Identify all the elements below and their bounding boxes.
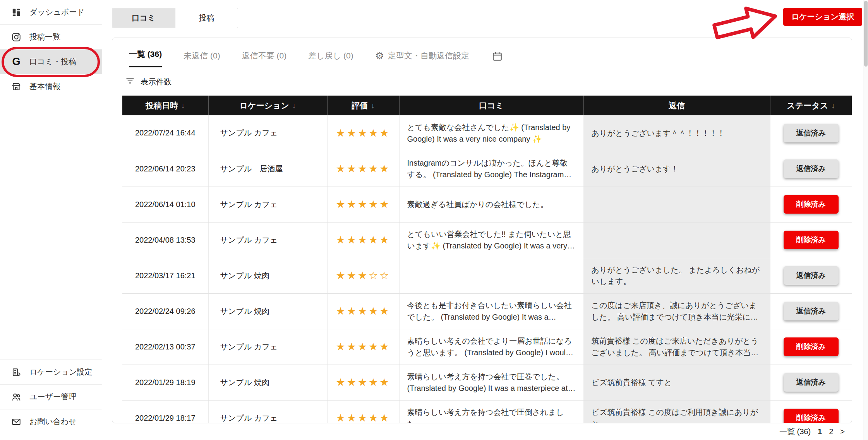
- review-row[interactable]: 2022/06/14 20:23 サンプル 居酒屋 ★★★★★ Instagra…: [122, 151, 852, 187]
- cell-review: [399, 258, 583, 293]
- status-button[interactable]: 削除済み: [784, 409, 839, 423]
- main-content: 口コミ 投稿 ロケーション選択 一覧 (36) 未返信 (0) 返信不要 (0)…: [102, 0, 868, 440]
- review-text: 今後とも是非お付き合いしたい素晴らしい会社でした。 (Translated by…: [407, 300, 576, 323]
- star-rating: ★★★★★: [336, 234, 390, 246]
- scrollbar-track[interactable]: [863, 0, 868, 440]
- cell-post-date: 2022/01/29 18:17: [122, 400, 208, 423]
- review-row[interactable]: 2022/02/13 00:37 サンプル カフェ ★★★★★ 素晴らしい考えの…: [122, 329, 852, 365]
- review-row[interactable]: 2022/01/29 18:17 サンプル カフェ ★★★★★ 素晴らしい考え方…: [122, 400, 852, 423]
- tab-list[interactable]: 一覧 (36): [129, 49, 162, 67]
- review-row[interactable]: 2022/01/29 18:19 サンプル 焼肉 ★★★★★ 素晴らしい考え方を…: [122, 365, 852, 400]
- status-button[interactable]: 返信済み: [784, 373, 839, 392]
- star-rating: ★★★★★: [336, 199, 390, 210]
- scrollbar-thumb[interactable]: [864, 1, 868, 67]
- sidebar-item-posts[interactable]: 投稿一覧: [0, 25, 102, 50]
- cell-review: とても素敵な会社さんでした✨ (Translated by Google) It…: [399, 115, 583, 151]
- star-rating: ★★★★★: [336, 305, 390, 317]
- sidebar-item-label: ロケーション設定: [29, 367, 92, 377]
- cell-post-date: 2022/02/13 00:37: [122, 329, 208, 365]
- review-text: Instagramのコンサルは凄かった。ほんと尊敬する。 (Translated…: [407, 157, 576, 180]
- reply-text: ありがとうございます＾＾！！！！！: [592, 127, 762, 139]
- star-rating: ★★★★★: [336, 412, 390, 423]
- cell-status: 削除済み: [770, 187, 852, 222]
- cell-reply: ビズ筑前貴裕様 てすと: [583, 365, 770, 400]
- review-row[interactable]: 2022/04/08 13:53 サンプル カフェ ★★★★★ とてもいい営業会…: [122, 222, 852, 258]
- cell-reply: [583, 187, 770, 222]
- sort-descending-icon[interactable]: ↓: [292, 102, 296, 110]
- cell-rating: ★★★★★: [327, 365, 399, 400]
- toggle-posts-button[interactable]: 投稿: [175, 8, 238, 28]
- tab-unreplied[interactable]: 未返信 (0): [184, 50, 220, 67]
- cell-location: サンプル カフェ: [208, 187, 327, 222]
- dashboard-icon: [10, 7, 22, 18]
- table-header: 投稿日時↓ロケーション↓評価↓口コミ返信ステータス↓: [122, 96, 852, 115]
- toggle-reviews-button[interactable]: 口コミ: [112, 8, 175, 28]
- pagination-next[interactable]: >: [840, 427, 845, 436]
- cell-post-date: 2022/04/08 13:53: [122, 222, 208, 258]
- column-header[interactable]: 評価↓: [327, 96, 399, 115]
- sort-descending-icon[interactable]: ↓: [831, 102, 835, 110]
- review-text: とてもいい営業会社でした!! また伺いたいと思います✨ (Translated …: [407, 228, 576, 252]
- tab-no-reply-needed[interactable]: 返信不要 (0): [242, 50, 287, 67]
- status-button[interactable]: 削除済み: [784, 231, 839, 249]
- cell-post-date: 2022/07/24 16:44: [122, 115, 208, 151]
- google-icon: G: [10, 56, 22, 68]
- cell-reply: ありがとうございました。 またよろしくおねがいします。: [583, 258, 770, 293]
- review-row[interactable]: 2022/02/24 09:26 サンプル 焼肉 ★★★★★ 今後とも是非お付き…: [122, 293, 852, 329]
- pagination-page-2[interactable]: 2: [829, 427, 833, 436]
- status-button[interactable]: 返信済み: [784, 159, 839, 178]
- cell-rating: ★★★★★: [327, 115, 399, 151]
- reviews-table: 投稿日時↓ロケーション↓評価↓口コミ返信ステータス↓ 2022/07/24 16…: [122, 96, 852, 423]
- column-header[interactable]: ステータス↓: [770, 96, 852, 115]
- posts-camera-icon: [10, 31, 22, 43]
- cell-review: とてもいい営業会社でした!! また伺いたいと思います✨ (Translated …: [399, 222, 583, 258]
- tabs-row: 一覧 (36) 未返信 (0) 返信不要 (0) 差し戻し (0) ⚙ 定型文・…: [112, 38, 852, 67]
- topbar: 口コミ 投稿 ロケーション選択: [102, 0, 868, 27]
- review-row[interactable]: 2022/03/17 16:21 サンプル 焼肉 ★★★☆☆ ありがとうございま…: [122, 258, 852, 293]
- sidebar-item-reviews[interactable]: G 口コミ・投稿: [0, 50, 102, 74]
- status-button[interactable]: 返信済み: [784, 302, 839, 320]
- tab-template-auto-reply-settings[interactable]: ⚙ 定型文・自動返信設定: [375, 50, 469, 67]
- sidebar-item-user-management[interactable]: ユーザー管理: [0, 385, 102, 409]
- status-button[interactable]: 返信済み: [784, 266, 839, 285]
- pagination-page-1[interactable]: 1: [818, 427, 822, 436]
- status-button[interactable]: 削除済み: [784, 337, 839, 356]
- storefront-icon: [10, 81, 22, 92]
- star-rating: ★★★★★: [336, 341, 390, 353]
- cell-post-date: 2022/02/24 09:26: [122, 293, 208, 329]
- location-select-button[interactable]: ロケーション選択: [783, 8, 862, 26]
- cell-location: サンプル 居酒屋: [208, 151, 327, 187]
- envelope-icon: [10, 416, 22, 428]
- status-button[interactable]: 削除済み: [784, 195, 839, 214]
- review-row[interactable]: 2022/07/24 16:44 サンプル カフェ ★★★★★ とても素敵な会社…: [122, 115, 852, 151]
- cell-review: 素敵過ぎる社員ばかりの会社様でした。: [399, 187, 583, 222]
- sort-descending-icon[interactable]: ↓: [371, 102, 375, 110]
- cell-location: サンプル 焼肉: [208, 365, 327, 400]
- sort-descending-icon[interactable]: ↓: [181, 102, 185, 110]
- cell-location: サンプル 焼肉: [208, 293, 327, 329]
- reply-text: ありがとうございます！: [592, 163, 762, 175]
- cell-status: 削除済み: [770, 329, 852, 365]
- display-count-filter[interactable]: 表示件数: [125, 76, 852, 88]
- calendar-button[interactable]: [492, 51, 503, 67]
- cell-review: Instagramのコンサルは凄かった。ほんと尊敬する。 (Translated…: [399, 151, 583, 187]
- view-toggle: 口コミ 投稿: [112, 8, 238, 28]
- sidebar-item-dashboard[interactable]: ダッシュボード: [0, 0, 102, 25]
- cell-review: 素晴らしい考え方を持つ会社で圧倒されました。: [399, 400, 583, 423]
- sidebar-item-contact[interactable]: お問い合わせ: [0, 409, 102, 434]
- cell-reply: ありがとうございます！: [583, 151, 770, 187]
- reviews-card: 一覧 (36) 未返信 (0) 返信不要 (0) 差し戻し (0) ⚙ 定型文・…: [112, 38, 852, 423]
- cell-review: 今後とも是非お付き合いしたい素晴らしい会社でした。 (Translated by…: [399, 293, 583, 329]
- pagination-summary: 一覧 (36): [779, 426, 811, 437]
- column-header[interactable]: ロケーション↓: [208, 96, 327, 115]
- review-row[interactable]: 2022/06/14 01:10 サンプル カフェ ★★★★★ 素敵過ぎる社員ば…: [122, 187, 852, 222]
- sidebar-item-basic-info[interactable]: 基本情報: [0, 74, 102, 99]
- star-rating: ★★★★★: [336, 127, 390, 139]
- status-button[interactable]: 返信済み: [784, 124, 839, 142]
- column-header: 口コミ: [399, 96, 583, 115]
- sidebar-bottom-nav: ロケーション設定 ユーザー管理: [0, 360, 102, 434]
- sidebar-item-location-settings[interactable]: ロケーション設定: [0, 360, 102, 385]
- column-header[interactable]: 投稿日時↓: [122, 96, 208, 115]
- cell-reply: この度はご来店頂き、誠にありがとうございました。 高い評価までつけて頂き本当に光…: [583, 293, 770, 329]
- tab-returned[interactable]: 差し戻し (0): [308, 50, 353, 67]
